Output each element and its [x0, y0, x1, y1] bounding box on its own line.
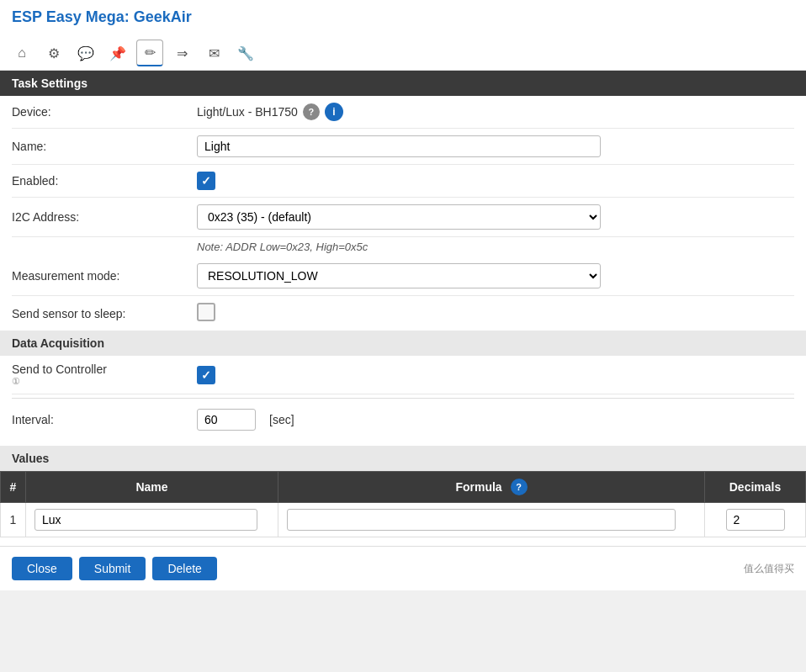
interval-input[interactable]: [197, 409, 256, 431]
col-hash: #: [1, 472, 26, 503]
measurement-label: Measurement mode:: [12, 269, 197, 283]
sleep-row: Send sensor to sleep:: [12, 296, 794, 331]
home-icon[interactable]: ⌂: [8, 40, 35, 66]
send-controller-row: Send to Controller ①: [12, 356, 794, 394]
formula-help-icon[interactable]: ?: [511, 479, 528, 495]
measurement-row: Measurement mode: RESOLUTION_LOW RESOLUT…: [12, 257, 794, 296]
measurement-value: RESOLUTION_LOW RESOLUTION_NORMAL RESOLUT…: [197, 263, 794, 288]
data-acquisition-form: Send to Controller ① Interval: [sec]: [0, 356, 806, 437]
row-name-cell: [26, 503, 278, 537]
row-index: 1: [1, 503, 26, 537]
device-help-icon[interactable]: ?: [303, 103, 320, 120]
device-row: Device: Light/Lux - BH1750 ? i: [12, 96, 794, 129]
i2c-value: 0x23 (35) - (default) 0x5c (92): [197, 204, 794, 230]
i2c-row: I2C Address: 0x23 (35) - (default) 0x5c …: [12, 198, 794, 237]
values-table: # Name Formula ? Decimals 1: [0, 471, 806, 537]
name-row: Name:: [12, 129, 794, 165]
watermark: 值么值得买: [744, 562, 794, 576]
pin-icon[interactable]: 📌: [104, 40, 131, 66]
row-decimals-input[interactable]: [726, 509, 785, 531]
measurement-select[interactable]: RESOLUTION_LOW RESOLUTION_NORMAL RESOLUT…: [197, 263, 601, 288]
device-label: Device:: [12, 105, 197, 119]
row-decimals-cell: [705, 503, 806, 537]
sleep-label: Send sensor to sleep:: [12, 307, 197, 320]
wrench-icon[interactable]: 🔧: [232, 40, 259, 66]
task-settings-header: Task Settings: [0, 71, 806, 96]
device-text: Light/Lux - BH1750: [197, 105, 298, 119]
interval-value: [sec]: [197, 409, 794, 431]
send-controller-value: [197, 366, 794, 384]
sleep-value: [197, 303, 794, 324]
device-value: Light/Lux - BH1750 ? i: [197, 103, 794, 121]
i2c-select[interactable]: 0x23 (35) - (default) 0x5c (92): [197, 204, 601, 230]
values-header: Values: [0, 446, 806, 471]
device-info-icon[interactable]: i: [325, 103, 343, 121]
nav-bar: ⌂ ⚙ 💬 📌 ✏ ⇒ ✉ 🔧: [0, 36, 806, 71]
settings-icon[interactable]: ⚙: [40, 40, 67, 66]
i2c-note: Note: ADDR Low=0x23, High=0x5c: [12, 237, 794, 257]
interval-label: Interval:: [12, 413, 197, 426]
data-acquisition-header: Data Acquisition: [0, 331, 806, 356]
enabled-checkbox[interactable]: [197, 172, 215, 190]
row-formula-input[interactable]: [287, 509, 676, 531]
app-title: ESP Easy Mega: GeekAir: [12, 8, 794, 26]
pencil-icon[interactable]: ✏: [136, 40, 163, 66]
mail-icon[interactable]: ✉: [200, 40, 227, 66]
sleep-checkbox[interactable]: [197, 303, 215, 321]
chat-icon[interactable]: 💬: [72, 40, 99, 66]
delete-button[interactable]: Delete: [152, 557, 216, 580]
arrow-icon[interactable]: ⇒: [168, 40, 195, 66]
interval-row: Interval: [sec]: [12, 402, 794, 437]
row-formula-cell: [278, 503, 705, 537]
row-name-input[interactable]: [34, 509, 257, 531]
enabled-value: [197, 172, 794, 190]
i2c-label: I2C Address:: [12, 210, 197, 224]
table-row: 1: [1, 503, 806, 537]
name-input[interactable]: [197, 135, 601, 157]
name-label: Name:: [12, 140, 197, 153]
col-decimals: Decimals: [705, 472, 806, 503]
col-formula: Formula ?: [278, 472, 705, 503]
close-button[interactable]: Close: [12, 557, 72, 580]
footer-buttons: Close Submit Delete 值么值得买: [0, 546, 806, 590]
enabled-row: Enabled:: [12, 165, 794, 198]
enabled-label: Enabled:: [12, 174, 197, 188]
name-value: [197, 135, 794, 157]
send-controller-checkbox[interactable]: [197, 366, 215, 384]
task-settings-form: Device: Light/Lux - BH1750 ? i Name: Ena…: [0, 96, 806, 331]
col-name: Name: [26, 472, 278, 503]
submit-button[interactable]: Submit: [79, 557, 146, 580]
interval-unit: [sec]: [269, 413, 294, 426]
send-controller-label: Send to Controller ①: [12, 362, 197, 387]
